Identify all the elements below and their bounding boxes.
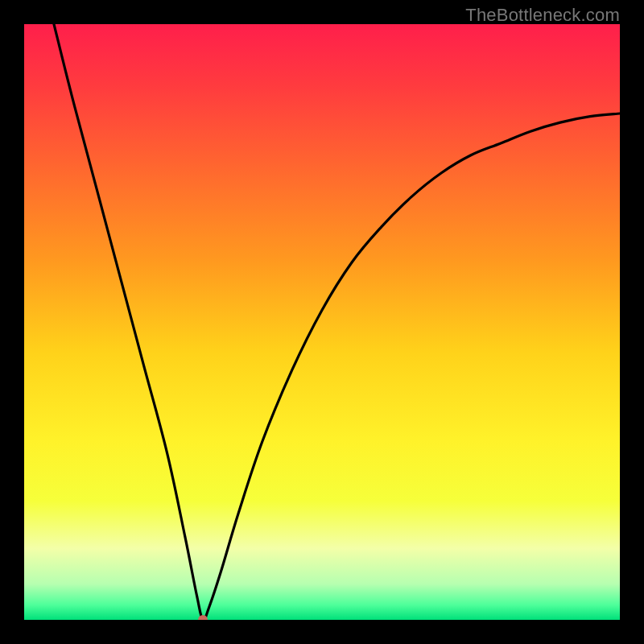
plot-area xyxy=(24,24,620,620)
chart-frame: TheBottleneck.com xyxy=(0,0,644,644)
curve-layer xyxy=(24,24,620,620)
watermark-label: TheBottleneck.com xyxy=(465,5,620,26)
bottleneck-curve xyxy=(54,24,620,620)
